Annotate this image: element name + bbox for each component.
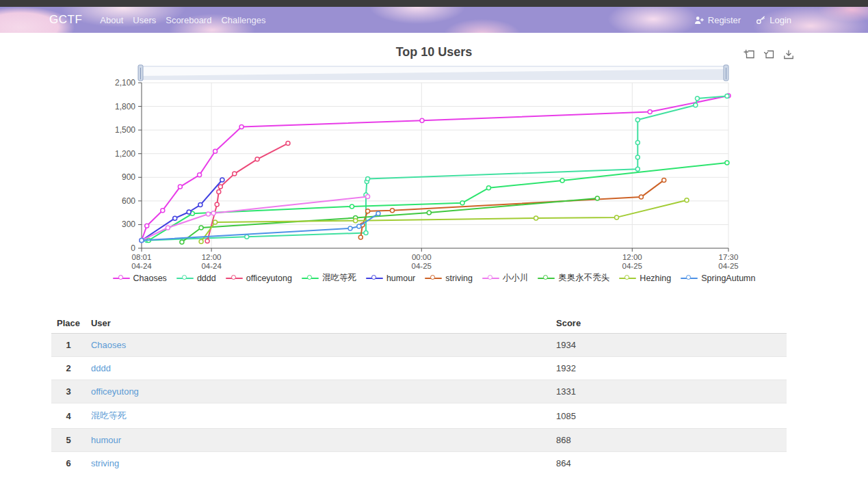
series-point xyxy=(615,215,619,220)
legend-marker xyxy=(302,278,319,279)
series-point xyxy=(560,178,564,183)
place-cell: 5 xyxy=(51,429,86,452)
legend-label: SpringAutumn xyxy=(701,274,755,283)
legend-item-dddd[interactable]: dddd xyxy=(176,274,216,283)
place-cell: 2 xyxy=(51,357,86,380)
series-point xyxy=(635,141,640,145)
legend-item-小小川[interactable]: 小小川 xyxy=(482,272,529,284)
x-axis-label-date: 04-24 xyxy=(131,262,152,269)
legend-marker-dot xyxy=(686,275,691,280)
place-cell: 4 xyxy=(51,403,86,429)
login-link[interactable]: Login xyxy=(756,15,791,25)
table-header-row: Place User Score xyxy=(51,313,787,334)
chart-toolbox xyxy=(742,48,795,62)
col-header-score: Score xyxy=(551,313,787,334)
series-point xyxy=(255,157,259,161)
x-axis-label-date: 04-25 xyxy=(622,262,642,269)
browser-top-strip xyxy=(0,0,868,7)
legend-item-混吃等死[interactable]: 混吃等死 xyxy=(302,272,356,284)
series-point xyxy=(198,203,202,207)
user-link[interactable]: 混吃等死 xyxy=(91,410,127,421)
table-row: 4混吃等死1085 xyxy=(51,403,787,429)
series-point xyxy=(180,240,184,244)
series-point xyxy=(178,185,182,189)
x-axis-label-time: 12:00 xyxy=(622,253,642,261)
brand-logo[interactable]: GCTF xyxy=(49,13,82,27)
legend-marker-dot xyxy=(307,275,312,280)
area-zoom-icon[interactable] xyxy=(742,48,756,62)
series-point xyxy=(648,110,652,114)
legend-label: Chaoses xyxy=(133,274,167,283)
col-header-place: Place xyxy=(51,313,86,334)
series-point xyxy=(366,195,370,199)
series-point xyxy=(635,118,640,122)
nav-link-challenges[interactable]: Challenges xyxy=(221,15,265,25)
y-axis-label: 900 xyxy=(122,172,135,182)
series-point xyxy=(205,239,209,243)
register-link[interactable]: Register xyxy=(694,15,741,25)
legend-label: 小小川 xyxy=(503,272,529,284)
legend-marker-dot xyxy=(488,275,492,280)
user-plus-icon xyxy=(694,16,705,25)
legend-label: 混吃等死 xyxy=(322,272,356,284)
legend-marker xyxy=(366,278,383,279)
score-chart-canvas[interactable]: 03006009001,2001,5001,8002,10008:0104-24… xyxy=(0,62,868,269)
legend-item-SpringAutumn[interactable]: SpringAutumn xyxy=(681,274,755,283)
series-point xyxy=(199,239,203,243)
table-row: 2dddd1932 xyxy=(51,357,787,380)
series-point xyxy=(695,96,699,101)
legend-item-officeyutong[interactable]: officeyutong xyxy=(226,274,292,283)
series-point xyxy=(199,226,203,230)
user-link[interactable]: Chaoses xyxy=(91,340,126,350)
series-point xyxy=(639,195,643,199)
legend-item-striving[interactable]: striving xyxy=(425,274,473,283)
x-axis-label-time: 08:01 xyxy=(132,253,152,261)
user-link[interactable]: striving xyxy=(91,458,119,468)
y-axis-label: 300 xyxy=(122,220,135,229)
legend-marker-dot xyxy=(430,275,435,280)
legend-marker-dot xyxy=(182,275,187,280)
series-point xyxy=(460,201,464,205)
x-axis-label-time: 17:30 xyxy=(719,253,739,261)
table-row: 3officeyutong1331 xyxy=(51,380,787,403)
series-point xyxy=(725,94,729,98)
nav-right: Register Login xyxy=(694,15,791,25)
score-cell: 864 xyxy=(551,452,787,475)
score-cell: 1934 xyxy=(551,334,787,357)
table-row: 1Chaoses1934 xyxy=(51,334,787,357)
series-point xyxy=(420,118,424,122)
chart-title: Top 10 Users xyxy=(0,45,868,59)
nav-link-about[interactable]: About xyxy=(100,15,123,25)
key-icon xyxy=(756,16,766,25)
legend-item-Chaoses[interactable]: Chaoses xyxy=(113,274,167,283)
series-point xyxy=(245,235,249,239)
nav-link-users[interactable]: Users xyxy=(133,15,156,25)
series-point xyxy=(354,219,358,223)
y-axis-label: 600 xyxy=(122,196,135,206)
series-point xyxy=(725,161,729,165)
user-link[interactable]: dddd xyxy=(91,363,111,373)
legend-label: 奥奥永不秃头 xyxy=(558,272,609,284)
series-point xyxy=(213,220,218,224)
series-point xyxy=(173,216,177,220)
series-point xyxy=(350,204,354,209)
series-point xyxy=(391,209,395,213)
save-image-icon[interactable] xyxy=(782,48,795,62)
series-point xyxy=(358,235,363,239)
restore-icon[interactable] xyxy=(762,48,776,62)
nav-links: AboutUsersScoreboardChallenges xyxy=(100,15,265,25)
user-cell: 混吃等死 xyxy=(86,403,551,429)
legend-item-humour[interactable]: humour xyxy=(366,274,415,283)
user-link[interactable]: officeyutong xyxy=(91,386,139,397)
series-line-striving xyxy=(360,180,663,237)
legend-item-Hezhing[interactable]: Hezhing xyxy=(619,274,671,283)
series-point xyxy=(220,178,224,182)
legend-item-奥奥永不秃头[interactable]: 奥奥永不秃头 xyxy=(538,272,609,284)
y-axis-label: 1,500 xyxy=(115,125,135,135)
series-point xyxy=(685,198,689,202)
legend-label: dddd xyxy=(197,274,216,283)
login-label: Login xyxy=(770,15,791,25)
nav-link-scoreboard[interactable]: Scoreboard xyxy=(166,15,211,25)
place-cell: 1 xyxy=(51,334,86,357)
user-link[interactable]: humour xyxy=(91,435,121,445)
